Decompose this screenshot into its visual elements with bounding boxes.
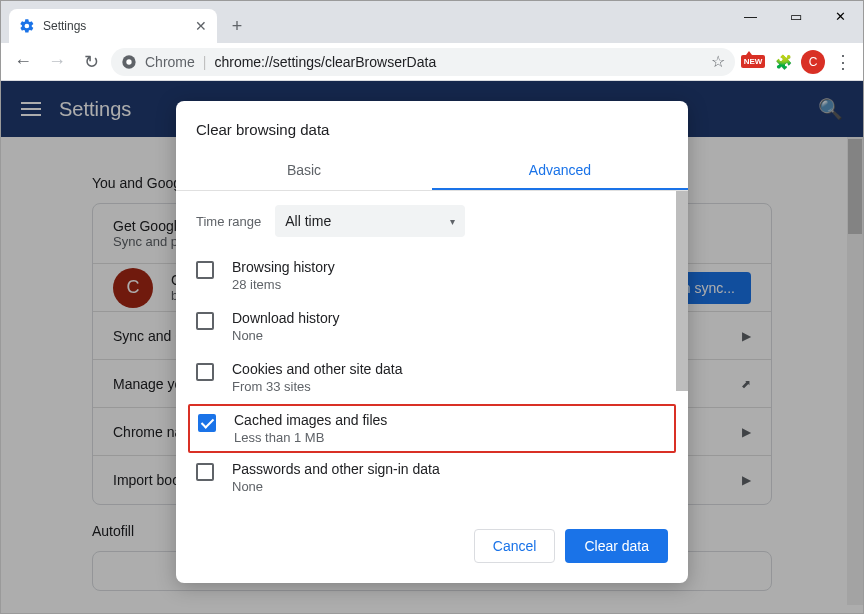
titlebar: Settings ✕ + — ▭ ✕ [1, 1, 863, 43]
extensions-icon[interactable]: 🧩 [771, 50, 795, 74]
dialog-scrollbar[interactable] [676, 191, 688, 391]
tab-advanced[interactable]: Advanced [432, 152, 688, 190]
minimize-button[interactable]: — [728, 1, 773, 31]
back-button[interactable]: ← [9, 48, 37, 76]
checkbox-passwords-and-other-sign-in-data[interactable] [196, 463, 214, 481]
checkbox-cookies-and-other-site-data[interactable] [196, 363, 214, 381]
svg-point-1 [126, 59, 131, 64]
check-label: Cookies and other site data [232, 361, 402, 377]
caret-down-icon: ▾ [450, 216, 455, 227]
check-row-5: Autofill form data [196, 504, 668, 511]
window-controls: — ▭ ✕ [728, 1, 863, 43]
dialog-body: Time range All time ▾ Browsing history28… [176, 191, 688, 511]
reload-button[interactable]: ↻ [77, 48, 105, 76]
settings-icon [19, 18, 35, 34]
check-sublabel: From 33 sites [232, 379, 402, 394]
check-row-4: Passwords and other sign-in dataNone [196, 453, 668, 504]
clear-data-button[interactable]: Clear data [565, 529, 668, 563]
check-label: Cached images and files [234, 412, 387, 428]
check-row-0: Browsing history28 items [196, 251, 668, 302]
check-label: Download history [232, 310, 339, 326]
url-divider: | [203, 54, 207, 70]
cancel-button[interactable]: Cancel [474, 529, 556, 563]
tab-title: Settings [43, 19, 195, 33]
check-sublabel: 28 items [232, 277, 335, 292]
new-tab-button[interactable]: + [223, 12, 251, 40]
check-row-3: Cached images and filesLess than 1 MB [188, 404, 676, 453]
tab-basic[interactable]: Basic [176, 152, 432, 190]
time-range-label: Time range [196, 214, 261, 229]
dialog-footer: Cancel Clear data [176, 511, 688, 567]
check-sublabel: None [232, 479, 440, 494]
browser-tab[interactable]: Settings ✕ [9, 9, 217, 43]
check-label: Browsing history [232, 259, 335, 275]
time-range-select[interactable]: All time ▾ [275, 205, 465, 237]
address-bar[interactable]: Chrome | chrome://settings/clearBrowserD… [111, 48, 735, 76]
close-window-button[interactable]: ✕ [818, 1, 863, 31]
menu-icon[interactable]: ⋮ [831, 51, 855, 73]
dialog-tabs: Basic Advanced [176, 152, 688, 191]
tab-close-icon[interactable]: ✕ [195, 18, 207, 34]
check-row-1: Download historyNone [196, 302, 668, 353]
check-sublabel: None [232, 328, 339, 343]
chrome-icon [121, 54, 137, 70]
dialog-title: Clear browsing data [176, 121, 688, 152]
check-label: Passwords and other sign-in data [232, 461, 440, 477]
url-text: chrome://settings/clearBrowserData [214, 54, 436, 70]
forward-button[interactable]: → [43, 48, 71, 76]
check-sublabel: Less than 1 MB [234, 430, 387, 445]
clear-browsing-data-dialog: Clear browsing data Basic Advanced Time … [176, 101, 688, 583]
url-scheme-label: Chrome [145, 54, 195, 70]
checkbox-download-history[interactable] [196, 312, 214, 330]
checkbox-cached-images-and-files[interactable] [198, 414, 216, 432]
time-range-row: Time range All time ▾ [196, 205, 668, 237]
maximize-button[interactable]: ▭ [773, 1, 818, 31]
profile-avatar[interactable]: C [801, 50, 825, 74]
time-range-value: All time [285, 213, 331, 229]
checkbox-browsing-history[interactable] [196, 261, 214, 279]
check-row-2: Cookies and other site dataFrom 33 sites [196, 353, 668, 404]
browser-toolbar: ← → ↻ Chrome | chrome://settings/clearBr… [1, 43, 863, 81]
new-extension-badge[interactable]: NEW [741, 50, 765, 74]
bookmark-star-icon[interactable]: ☆ [711, 52, 725, 71]
